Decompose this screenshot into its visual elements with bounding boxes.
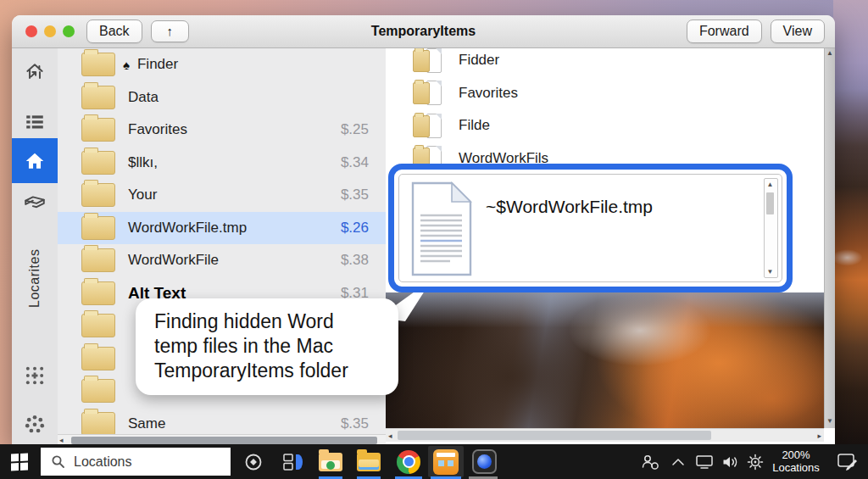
scroll-up-arrow-icon[interactable]: ▲ xyxy=(765,181,776,188)
chevron-up-icon xyxy=(671,458,685,466)
folder-row[interactable]: Fidder xyxy=(386,48,824,77)
people-tray-button[interactable] xyxy=(637,444,663,479)
folder-row[interactable]: Same $.35 xyxy=(58,408,386,435)
scroll-right-arrow-icon[interactable]: ▸ xyxy=(817,431,821,441)
zoom-percent: 200% xyxy=(782,449,810,462)
start-button[interactable] xyxy=(0,444,39,479)
folder-value: $.26 xyxy=(341,220,369,237)
target-icon xyxy=(244,453,263,471)
chat-pen-icon xyxy=(837,452,859,472)
folder-value: $.25 xyxy=(341,121,369,138)
sidebar-item-actions[interactable] xyxy=(12,404,58,445)
scrollbar-thumb[interactable] xyxy=(766,192,774,214)
chrome-app-button[interactable] xyxy=(395,444,422,479)
volume-tray-button[interactable] xyxy=(719,444,743,479)
devices-icon xyxy=(283,454,303,471)
folder-row[interactable]: ♠ Finder xyxy=(58,48,386,81)
highlighted-file-panel[interactable]: ~$WordWorkFile.tmp ▲ ▼ xyxy=(388,164,793,292)
titlebar[interactable]: Back ↑ TemporaryItems Forward View xyxy=(12,15,835,48)
folder-row[interactable]: Favorites $.25 xyxy=(58,114,386,147)
maximize-button[interactable] xyxy=(63,25,75,37)
row-prefix-icon: ♠ xyxy=(123,58,130,72)
scroll-down-arrow-icon[interactable]: ▼ xyxy=(765,268,776,276)
folder-document-icon xyxy=(413,81,442,105)
folder-icon xyxy=(81,216,115,240)
folder-name: Your xyxy=(128,187,157,203)
scrollbar-thumb[interactable] xyxy=(398,431,711,440)
notes-tray-button[interactable] xyxy=(832,444,863,479)
file-browser-window: Back ↑ TemporaryItems Forward View xyxy=(12,15,835,444)
scroll-left-arrow-icon[interactable]: ◂ xyxy=(388,431,392,441)
files-folder-icon xyxy=(319,453,342,471)
close-button[interactable] xyxy=(25,25,37,37)
document-icon xyxy=(411,181,472,276)
folder-name: Same xyxy=(128,415,165,432)
scroll-left-arrow-icon[interactable]: ◂ xyxy=(59,436,64,444)
taskbar: Locations xyxy=(0,444,868,479)
target-app-button[interactable] xyxy=(240,444,267,479)
folder-value: $.35 xyxy=(341,415,369,432)
display-tray-button[interactable] xyxy=(692,444,717,479)
scroll-up-arrow-icon[interactable]: ▲ xyxy=(825,49,835,58)
screen: Back ↑ TemporaryItems Forward View xyxy=(0,0,868,479)
sidebar-item-grid-add[interactable] xyxy=(12,355,58,396)
scroll-down-arrow-icon[interactable]: ▼ xyxy=(825,417,835,426)
dots-plus-icon xyxy=(23,364,47,387)
view-button[interactable]: View xyxy=(771,19,825,42)
explorer-app-button[interactable] xyxy=(355,444,382,479)
file-name: ~$WordWorkFile.tmp xyxy=(486,197,653,217)
callout-line: TemporaryItems folder xyxy=(154,359,380,383)
swirl-app-button[interactable] xyxy=(470,444,498,479)
folder-name: Filde xyxy=(459,117,490,134)
display-zoom-badge[interactable]: 200% Locations xyxy=(765,444,826,479)
store-app-button[interactable] xyxy=(432,444,459,479)
back-button[interactable]: Back xyxy=(86,19,142,42)
callout-line: Finding hidden Word xyxy=(154,309,380,334)
sidebar-item-list[interactable] xyxy=(12,103,58,143)
annotation-callout: Finding hidden Word temp files in the Ma… xyxy=(136,298,398,395)
folder-row[interactable]: Data xyxy=(58,81,386,114)
sidebar-vertical-label: Locarites xyxy=(12,214,58,342)
display-icon xyxy=(695,454,714,470)
folder-document-icon xyxy=(413,114,442,138)
dots-gear-icon xyxy=(23,413,47,437)
panel-scrollbar[interactable]: ▲ ▼ xyxy=(764,178,778,278)
settings-gear-icon xyxy=(747,454,764,471)
tray-expand-button[interactable] xyxy=(668,444,688,479)
folder-icon xyxy=(81,248,115,272)
folder-row[interactable]: Your $.35 xyxy=(58,179,386,212)
folder-value: $.38 xyxy=(341,252,369,269)
sidebar: Locarites xyxy=(12,48,58,444)
minimize-button[interactable] xyxy=(44,25,56,37)
folder-row[interactable]: WordWorkFile $.38 xyxy=(58,244,386,277)
house-arrow-icon xyxy=(24,61,46,83)
horizontal-scrollbar-right-pane[interactable]: ◂ ▸ xyxy=(386,428,824,442)
folder-row[interactable]: Filde xyxy=(386,109,824,142)
folder-row[interactable]: WordWorkFile.tmp $.26 xyxy=(58,212,386,245)
scrollbar-thumb[interactable] xyxy=(71,437,377,444)
settings-tray-button[interactable] xyxy=(743,444,768,479)
folder-value: $.34 xyxy=(341,154,369,171)
wallpaper-through-window xyxy=(386,292,824,428)
taskbar-search[interactable]: Locations xyxy=(41,448,231,476)
forward-button[interactable]: Forward xyxy=(687,19,762,42)
chrome-icon xyxy=(397,450,420,474)
files-app-button[interactable] xyxy=(317,444,344,479)
list-icon xyxy=(24,112,46,134)
sidebar-item-home[interactable] xyxy=(12,138,58,183)
folder-name: Favorites xyxy=(459,85,518,102)
store-icon xyxy=(433,449,459,475)
sidebar-item-house-arrow[interactable] xyxy=(12,52,58,92)
up-button[interactable]: ↑ xyxy=(151,20,190,42)
folder-icon xyxy=(81,53,115,76)
folder-row[interactable]: $llkı, $.34 xyxy=(58,147,386,180)
desktop-wallpaper-mountain xyxy=(833,0,868,444)
devices-app-button[interactable] xyxy=(280,444,307,479)
folder-icon xyxy=(81,412,115,434)
vertical-scrollbar[interactable]: ▲ ▼ xyxy=(824,48,835,428)
traffic-lights xyxy=(25,25,75,37)
horizontal-scrollbar-left-pane[interactable]: ◂ xyxy=(58,434,386,444)
folder-name: Data xyxy=(128,89,159,106)
folder-row[interactable]: Favorites xyxy=(386,77,824,110)
people-icon xyxy=(641,454,659,471)
